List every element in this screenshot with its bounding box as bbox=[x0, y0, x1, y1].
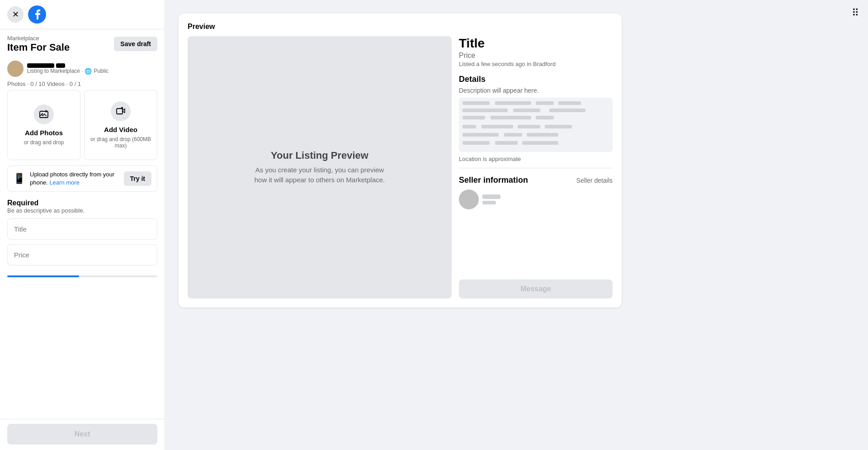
add-photos-title: Add Photos bbox=[25, 129, 63, 137]
seller-info-row: Seller information Seller details bbox=[459, 175, 613, 185]
seller-info-label: Seller information bbox=[459, 175, 528, 185]
required-section: Required Be as descriptive as possible. bbox=[0, 197, 165, 274]
grid-dots-icon[interactable]: ⠿ bbox=[852, 7, 859, 19]
price-input[interactable] bbox=[7, 244, 157, 265]
required-subtitle: Be as descriptive as possible. bbox=[7, 207, 157, 214]
name-block-1 bbox=[27, 63, 54, 68]
seller-avatar-row bbox=[459, 189, 613, 209]
add-video-title: Add Video bbox=[104, 126, 137, 133]
name-block-2 bbox=[56, 63, 65, 68]
add-video-sub: or drag and drop (600MB max) bbox=[90, 136, 151, 149]
required-title: Required bbox=[7, 199, 157, 207]
add-video-icon bbox=[111, 101, 131, 121]
preview-body: Your Listing Preview As you create your … bbox=[188, 36, 613, 298]
preview-info-panel: Title Price Listed a few seconds ago in … bbox=[459, 36, 613, 298]
message-button[interactable]: Message bbox=[459, 279, 613, 298]
preview-center-text: Your Listing Preview As you create your … bbox=[255, 150, 385, 185]
svg-rect-3 bbox=[117, 109, 123, 114]
phone-upload-row: 📱 Upload photos directly from your phone… bbox=[7, 166, 157, 192]
seller-name-group bbox=[482, 194, 500, 204]
description-placeholder-block bbox=[459, 98, 613, 152]
page-title: Item For Sale bbox=[7, 42, 70, 53]
preview-center-subtitle: As you create your listing, you can prev… bbox=[255, 165, 385, 185]
preview-label: Preview bbox=[188, 23, 613, 31]
close-button[interactable]: ✕ bbox=[7, 6, 24, 23]
left-panel: ✕ Marketplace Item For Sale Save draft L… bbox=[0, 0, 165, 450]
preview-listed-text: Listed a few seconds ago in Bradford bbox=[459, 61, 613, 67]
progress-bar-container bbox=[7, 275, 157, 277]
progress-bar-fill bbox=[7, 275, 79, 277]
seller-sub-block bbox=[482, 201, 496, 204]
user-info: Listing to Marketplace · 🌐 Public bbox=[27, 63, 108, 75]
right-panel: ⠿ Preview Your Listing Preview As you cr… bbox=[165, 0, 868, 450]
close-icon: ✕ bbox=[12, 9, 19, 19]
seller-avatar bbox=[459, 189, 479, 209]
upload-area: Add Photos or drag and drop Add Video or… bbox=[0, 90, 165, 166]
next-button[interactable]: Next bbox=[7, 424, 157, 445]
add-photos-sub: or drag and drop bbox=[24, 139, 64, 146]
user-name-bar bbox=[27, 63, 108, 68]
preview-title-text: Title bbox=[459, 36, 613, 51]
seller-details-link[interactable]: Seller details bbox=[576, 177, 613, 184]
location-approx-text: Location is approximate bbox=[459, 156, 613, 168]
phone-icon: 📱 bbox=[13, 173, 25, 185]
add-photos-box[interactable]: Add Photos or drag and drop bbox=[7, 90, 80, 160]
preview-price-text: Price bbox=[459, 52, 613, 60]
preview-card: Preview Your Listing Preview As you crea… bbox=[179, 14, 622, 308]
preview-center-title: Your Listing Preview bbox=[255, 150, 385, 161]
marketplace-label: Marketplace bbox=[7, 35, 70, 42]
preview-description-text: Description will appear here. bbox=[459, 87, 613, 94]
avatar bbox=[7, 61, 24, 77]
listing-subtitle: Listing to Marketplace · 🌐 Public bbox=[27, 68, 108, 75]
header-title-group: Marketplace Item For Sale bbox=[7, 35, 70, 53]
photos-label: Photos · 0 / 10 Videos · 0 / 1 bbox=[0, 79, 165, 90]
panel-header: Marketplace Item For Sale Save draft bbox=[0, 29, 165, 57]
title-input[interactable] bbox=[7, 218, 157, 240]
learn-more-link[interactable]: Learn more bbox=[49, 179, 79, 186]
facebook-logo bbox=[28, 5, 46, 24]
bottom-next-section: Next bbox=[0, 419, 165, 450]
phone-text: Upload photos directly from your phone. … bbox=[30, 171, 119, 187]
preview-details-label: Details bbox=[459, 75, 613, 84]
user-row: Listing to Marketplace · 🌐 Public bbox=[0, 57, 165, 79]
save-draft-button[interactable]: Save draft bbox=[114, 37, 157, 51]
try-it-button[interactable]: Try it bbox=[124, 171, 151, 186]
top-bar: ✕ bbox=[0, 0, 165, 29]
preview-image-area: Your Listing Preview As you create your … bbox=[188, 36, 452, 298]
add-video-box[interactable]: Add Video or drag and drop (600MB max) bbox=[84, 90, 157, 160]
seller-name-block bbox=[482, 194, 500, 199]
add-photos-icon bbox=[34, 104, 54, 124]
